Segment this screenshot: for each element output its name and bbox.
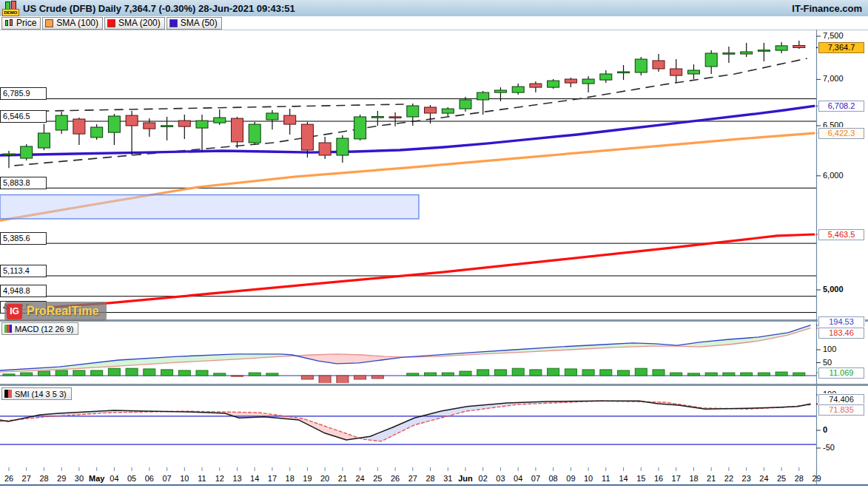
legend-chip-label: SMA (100): [56, 18, 98, 28]
legend-chip-label: Price: [16, 18, 36, 28]
legend-chip-sma200[interactable]: SMA (200): [104, 17, 165, 30]
macd-legend-chip[interactable]: MACD (12 26 9): [1, 322, 78, 335]
prorealtime-watermark: IG ProRealTime: [4, 302, 107, 321]
legend-bar: Price SMA (100) SMA (200) SMA (50): [0, 16, 868, 30]
legend-chip-sma100[interactable]: SMA (100): [42, 17, 103, 30]
sma100-swatch-icon: [45, 19, 53, 27]
title-bar: DEMO US Crude (DFB) Daily 7,364.7 (-0.30…: [0, 0, 868, 17]
sma200-swatch-icon: [107, 19, 115, 27]
instrument-title: US Crude (DFB) Daily 7,364.7 (-0.30%) 28…: [23, 3, 295, 14]
demo-account-icon: DEMO: [2, 1, 18, 16]
ig-logo: IG: [7, 304, 22, 319]
sma50-swatch-icon: [169, 19, 178, 27]
watermark-label: ProRealTime: [27, 305, 99, 318]
legend-chip-price[interactable]: Price: [1, 17, 41, 30]
macd-icon: [4, 325, 12, 333]
smi-legend-label: SMI (14 3 5 3): [15, 390, 67, 399]
legend-chip-label: SMA (50): [181, 18, 218, 28]
candlestick-icon: [4, 18, 13, 27]
legend-chip-sma50[interactable]: SMA (50): [166, 17, 222, 30]
smi-icon: [4, 390, 12, 398]
demo-badge: DEMO: [2, 9, 19, 16]
smi-legend-chip[interactable]: SMI (14 3 5 3): [1, 387, 72, 400]
legend-chip-label: SMA (200): [118, 18, 161, 28]
provider-link[interactable]: IT-Finance.com: [792, 3, 862, 14]
trading-app-window: DEMO US Crude (DFB) Daily 7,364.7 (-0.30…: [0, 0, 868, 488]
chart-canvas[interactable]: [0, 0, 868, 488]
macd-legend-label: MACD (12 26 9): [15, 325, 73, 333]
